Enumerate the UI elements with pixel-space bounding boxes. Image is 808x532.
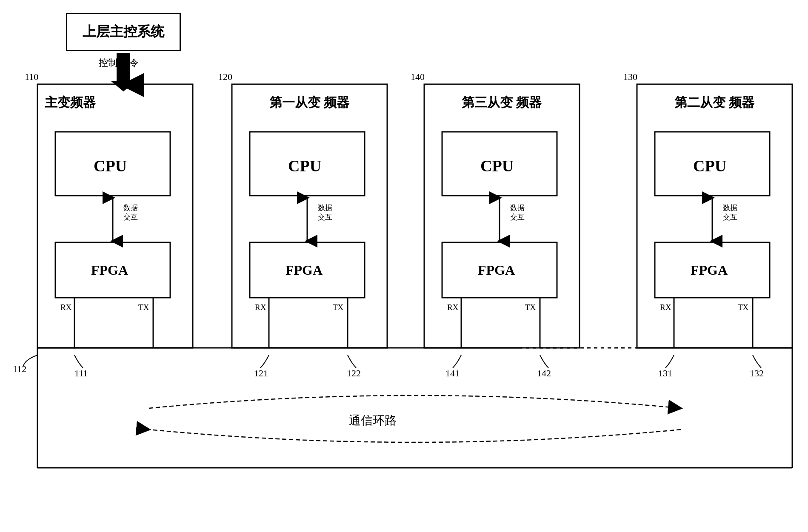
slave1-rx-label: RX: [255, 303, 266, 312]
ref-112: 112: [13, 364, 26, 375]
control-cmd-label: 控制 命令: [99, 57, 139, 70]
slave2-tx-label: TX: [738, 303, 748, 312]
ref-132: 132: [750, 368, 764, 379]
ref-130: 130: [623, 71, 637, 83]
ref-110: 110: [25, 71, 38, 83]
slave1-data-exchange: 数据交互: [318, 203, 332, 222]
slave3-rx-label: RX: [447, 303, 458, 312]
slave2-cpu-label: CPU: [693, 156, 726, 175]
slave3-tx-label: TX: [525, 303, 536, 312]
slave1-cpu-label: CPU: [288, 156, 321, 175]
slave2-rx-label: RX: [660, 303, 671, 312]
comm-loop-label: 通信环路: [349, 413, 397, 429]
main-inverter-title: 主变频器: [45, 94, 96, 111]
slave2-inverter-title: 第二从变 频器: [644, 94, 785, 111]
slave2-data-exchange: 数据交互: [723, 203, 737, 222]
ref-120: 120: [218, 71, 232, 83]
ref-121: 121: [254, 368, 268, 379]
slave1-fpga-label: FPGA: [286, 262, 323, 278]
control-cmd-text: 控制 命令: [99, 57, 139, 68]
main-fpga-label: FPGA: [91, 262, 128, 278]
top-system-box: 上层主控系统: [66, 13, 181, 51]
main-data-exchange: 数据交互: [123, 203, 138, 222]
ref-111: 111: [74, 368, 88, 379]
ref-142: 142: [537, 368, 551, 379]
slave1-inverter-title: 第一从变 频器: [239, 94, 380, 111]
main-cpu-label: CPU: [94, 156, 127, 175]
ref-140: 140: [411, 71, 425, 83]
diagram-container: 上层主控系统 控制 命令 主变频器 第一从变 频器 第三从变 频器 第二从变 频…: [0, 0, 808, 532]
slave3-cpu-label: CPU: [480, 156, 514, 175]
main-tx-label: TX: [138, 303, 149, 312]
slave3-inverter-title: 第三从变 频器: [431, 94, 572, 111]
slave3-fpga-label: FPGA: [478, 262, 515, 278]
ref-122: 122: [347, 368, 361, 379]
main-rx-label: RX: [60, 303, 71, 312]
ref-131: 131: [658, 368, 672, 379]
ref-141: 141: [445, 368, 460, 379]
slave1-tx-label: TX: [333, 303, 343, 312]
top-system-label: 上层主控系统: [83, 23, 164, 41]
slave3-data-exchange: 数据交互: [510, 203, 525, 222]
slave2-fpga-label: FPGA: [691, 262, 728, 278]
